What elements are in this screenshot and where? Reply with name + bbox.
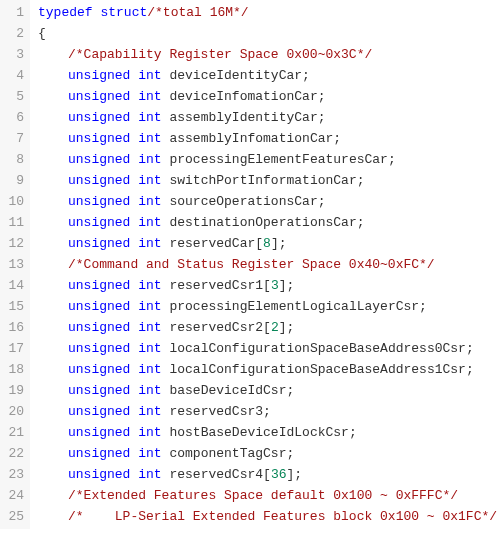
line-number: 25 <box>2 506 24 527</box>
line-number: 19 <box>2 380 24 401</box>
token-pn: ; <box>388 152 396 167</box>
code-line[interactable]: unsigned int sourceOperationsCar; <box>38 191 502 212</box>
token-kw: int <box>138 89 161 104</box>
code-line[interactable]: unsigned int reservedCsr1[3]; <box>38 275 502 296</box>
token-kw: int <box>138 446 161 461</box>
token-pn: ; <box>419 299 427 314</box>
line-number: 21 <box>2 422 24 443</box>
code-line[interactable]: /*Command and Status Register Space 0x40… <box>38 254 502 275</box>
line-number: 12 <box>2 233 24 254</box>
code-line[interactable]: unsigned int reservedCsr3; <box>38 401 502 422</box>
code-line[interactable]: unsigned int componentTagCsr; <box>38 443 502 464</box>
line-number: 14 <box>2 275 24 296</box>
code-editor: 1234567891011121314151617181920212223242… <box>0 0 502 529</box>
code-line[interactable]: unsigned int processingElementLogicalLay… <box>38 296 502 317</box>
code-line[interactable]: unsigned int processingElementFeaturesCa… <box>38 149 502 170</box>
token-pn: ; <box>466 362 474 377</box>
token-cm: /*Capability Register Space 0x00~0x3C*/ <box>68 47 372 62</box>
token-pn: ; <box>333 131 341 146</box>
code-line[interactable]: unsigned int hostBaseDeviceIdLockCsr; <box>38 422 502 443</box>
token-id: reservedCsr2 <box>169 320 263 335</box>
code-line[interactable]: unsigned int assemblyIdentityCar; <box>38 107 502 128</box>
token-id: deviceInfomationCar <box>169 89 317 104</box>
line-number: 8 <box>2 149 24 170</box>
line-number: 3 <box>2 44 24 65</box>
code-line[interactable]: unsigned int deviceIdentityCar; <box>38 65 502 86</box>
token-pn: [ <box>263 278 271 293</box>
token-kw: unsigned <box>68 68 130 83</box>
token-kw: unsigned <box>68 89 130 104</box>
line-number: 24 <box>2 485 24 506</box>
token-kw: struct <box>100 5 147 20</box>
token-kw: int <box>138 467 161 482</box>
line-number: 13 <box>2 254 24 275</box>
code-line[interactable]: unsigned int assemblyInfomationCar; <box>38 128 502 149</box>
code-line[interactable]: unsigned int localConfigurationSpaceBase… <box>38 338 502 359</box>
token-kw: unsigned <box>68 425 130 440</box>
token-id: reservedCsr1 <box>169 278 263 293</box>
code-line[interactable]: unsigned int reservedCsr4[36]; <box>38 464 502 485</box>
token-kw: unsigned <box>68 278 130 293</box>
code-line[interactable]: unsigned int switchPortInformationCar; <box>38 170 502 191</box>
code-line[interactable]: unsigned int localConfigurationSpaceBase… <box>38 359 502 380</box>
code-line[interactable]: unsigned int baseDeviceIdCsr; <box>38 380 502 401</box>
token-kw: unsigned <box>68 236 130 251</box>
token-cm: /*total 16M*/ <box>147 5 248 20</box>
token-kw: unsigned <box>68 152 130 167</box>
line-number: 15 <box>2 296 24 317</box>
token-id: localConfigurationSpaceBaseAddress1Csr <box>169 362 465 377</box>
token-pn: ; <box>466 341 474 356</box>
code-line[interactable]: typedef struct/*total 16M*/ <box>38 2 502 23</box>
token-id: deviceIdentityCar <box>169 68 302 83</box>
line-number: 11 <box>2 212 24 233</box>
token-kw: int <box>138 236 161 251</box>
token-pn: ; <box>349 425 357 440</box>
token-nm: 3 <box>271 278 279 293</box>
token-kw: int <box>138 404 161 419</box>
line-number: 22 <box>2 443 24 464</box>
token-kw: unsigned <box>68 362 130 377</box>
token-pn: ]; <box>271 236 287 251</box>
line-number: 1 <box>2 2 24 23</box>
token-kw: unsigned <box>68 467 130 482</box>
token-kw: int <box>138 215 161 230</box>
line-number: 2 <box>2 23 24 44</box>
line-number: 9 <box>2 170 24 191</box>
token-id: localConfigurationSpaceBaseAddress0Csr <box>169 341 465 356</box>
token-kw: int <box>138 320 161 335</box>
line-number: 7 <box>2 128 24 149</box>
code-line[interactable]: unsigned int destinationOperationsCar; <box>38 212 502 233</box>
token-pn: ; <box>318 110 326 125</box>
token-kw: unsigned <box>68 383 130 398</box>
token-kw: unsigned <box>68 131 130 146</box>
line-number: 20 <box>2 401 24 422</box>
line-number: 18 <box>2 359 24 380</box>
token-id: assemblyIdentityCar <box>169 110 317 125</box>
token-kw: unsigned <box>68 173 130 188</box>
token-kw: unsigned <box>68 446 130 461</box>
token-id: destinationOperationsCar <box>169 215 356 230</box>
token-id: reservedCsr4 <box>169 467 263 482</box>
token-kw: int <box>138 152 161 167</box>
code-line[interactable]: unsigned int reservedCar[8]; <box>38 233 502 254</box>
code-line[interactable]: { <box>38 23 502 44</box>
token-pn: { <box>38 26 46 41</box>
token-kw: int <box>138 173 161 188</box>
line-number-gutter: 1234567891011121314151617181920212223242… <box>0 0 30 529</box>
code-line[interactable]: /*Extended Features Space default 0x100 … <box>38 485 502 506</box>
token-kw: unsigned <box>68 110 130 125</box>
code-line[interactable]: /*Capability Register Space 0x00~0x3C*/ <box>38 44 502 65</box>
token-kw: unsigned <box>68 194 130 209</box>
token-nm: 36 <box>271 467 287 482</box>
token-pn: ; <box>286 446 294 461</box>
line-number: 4 <box>2 65 24 86</box>
token-cm: /* LP-Serial Extended Features block 0x1… <box>68 509 497 524</box>
token-kw: unsigned <box>68 320 130 335</box>
code-line[interactable]: /* LP-Serial Extended Features block 0x1… <box>38 506 502 527</box>
code-area[interactable]: typedef struct/*total 16M*/{/*Capability… <box>30 0 502 529</box>
line-number: 16 <box>2 317 24 338</box>
token-id: reservedCsr3 <box>169 404 263 419</box>
code-line[interactable]: unsigned int deviceInfomationCar; <box>38 86 502 107</box>
code-line[interactable]: unsigned int reservedCsr2[2]; <box>38 317 502 338</box>
token-pn: ; <box>318 194 326 209</box>
